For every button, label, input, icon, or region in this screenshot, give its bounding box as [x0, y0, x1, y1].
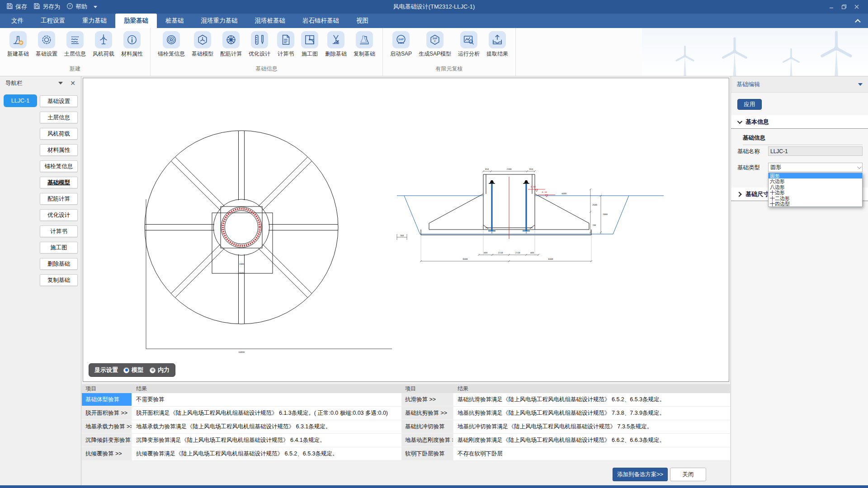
menu-tab[interactable]: 肋梁基础: [115, 14, 157, 28]
menu-tab[interactable]: 混塔桩基础: [246, 14, 294, 28]
navigator-item[interactable]: 施工图: [40, 242, 78, 253]
ribbon-button-report-doc[interactable]: 计算书: [274, 31, 297, 58]
table-row[interactable]: 沉降倾斜变形验算 >> 沉降变形验算满足《陆上风电场工程风电机组基础设计规范》 …: [82, 434, 401, 447]
check-item-cell[interactable]: 基础抗剪验算 >>: [401, 407, 454, 420]
dropdown-option[interactable]: 十二边形: [769, 196, 862, 201]
menu-tab[interactable]: 视图: [348, 14, 377, 28]
foundation-type-select[interactable]: 圆形: [768, 163, 863, 172]
minimize-button[interactable]: [828, 4, 835, 10]
section-basic-info[interactable]: 基本信息: [731, 115, 868, 129]
close-icon[interactable]: ✕: [70, 80, 75, 86]
table-row[interactable]: 基础体型验算 不需要验算: [82, 393, 401, 407]
close-button[interactable]: [854, 4, 860, 10]
chevron-down-icon[interactable]: [94, 6, 97, 8]
check-item-cell[interactable]: 基础体型验算: [82, 393, 132, 406]
dropdown-option[interactable]: 圆形: [769, 173, 862, 178]
ribbon-button-delete-foundation[interactable]: 删除基础: [322, 31, 349, 58]
navigator-item[interactable]: 复制基础: [40, 274, 78, 286]
ribbon-button-new-foundation[interactable]: 新建基础: [5, 31, 32, 58]
navigator-item[interactable]: 锚栓笼信息: [40, 160, 78, 172]
ribbon-button-copy-foundation[interactable]: 复制基础: [351, 31, 378, 58]
check-item-cell[interactable]: 地基承载力验算 >>: [82, 420, 132, 433]
dropdown-option[interactable]: 八边形: [769, 184, 862, 190]
save-label: 保存: [15, 3, 27, 11]
ribbon-group: 新建基础基础设置土层信息风机荷载材料属性新建: [0, 28, 151, 76]
menu-tab[interactable]: 岩石锚杆基础: [294, 14, 348, 28]
save-as-label: 另存为: [42, 3, 60, 11]
navigator-item-label: 锚栓笼信息: [45, 163, 73, 169]
navigator-item[interactable]: 删除基础: [40, 258, 78, 270]
ribbon-button-run-analysis[interactable]: 运行分析: [455, 31, 482, 58]
ribbon-button-soil-layers[interactable]: 土层信息: [61, 31, 89, 58]
check-item-cell[interactable]: 抗滑验算 >>: [401, 393, 454, 406]
close-panel-button[interactable]: 关闭: [670, 468, 706, 481]
navigator-item[interactable]: 土层信息: [40, 112, 78, 123]
copy-foundation-icon: [356, 31, 373, 48]
save-button[interactable]: 保存: [5, 3, 29, 11]
ribbon-button-ruler-pen[interactable]: 优化设计: [246, 31, 273, 58]
menu-tab[interactable]: 工程设置: [32, 14, 74, 28]
check-result-cell: 基础抗滑验算满足《陆上风电场工程风电机组基础设计规范》 6.5.2、6.5.3条…: [454, 393, 730, 406]
display-option-radio[interactable]: 模型: [123, 366, 143, 374]
navigator-item[interactable]: 计算书: [40, 225, 78, 237]
table-row[interactable]: 基础抗剪验算 >> 地基抗剪验算满足《陆上风电场工程风电机组基础设计规范》 7.…: [401, 407, 730, 420]
ribbon-button-wind-turbine[interactable]: 风机荷载: [90, 31, 117, 58]
dropdown-option[interactable]: 十边形: [769, 190, 862, 195]
ribbon-button-label: 新建基础: [7, 50, 29, 58]
ribbon-button-rebar-wheel[interactable]: 配筋计算: [217, 31, 245, 58]
ribbon-groups: 新建基础基础设置土层信息风机荷载材料属性新建锚栓笼信息基础模型配筋计算优化设计计…: [0, 28, 868, 76]
check-item-cell[interactable]: 软弱下卧层验算: [401, 447, 454, 460]
save-as-button[interactable]: 另存为: [32, 3, 62, 11]
check-item-cell[interactable]: 抗倾覆验算 >>: [82, 447, 132, 460]
navigator-item[interactable]: 风机荷载: [40, 128, 78, 140]
navigator-item-label: 材料属性: [47, 147, 70, 153]
table-row[interactable]: 软弱下卧层验算 不存在软弱下卧层: [401, 447, 730, 461]
help-label: 帮助: [75, 3, 87, 11]
restore-button[interactable]: [841, 4, 847, 10]
display-option-radio[interactable]: 内力: [150, 366, 170, 374]
check-item-cell[interactable]: 脱开面积验算 >>: [82, 407, 132, 420]
navigator-item[interactable]: 配筋计算: [40, 193, 78, 205]
dropdown-option[interactable]: 十四边型: [769, 201, 862, 206]
navigator-item[interactable]: 优化设计: [40, 209, 78, 221]
ribbon-button-gear[interactable]: 基础设置: [33, 31, 60, 58]
section-dimension-text: 950 2300 950 4600 2600 700 3900 400 2150…: [400, 168, 608, 260]
menu-tab[interactable]: 重力基础: [74, 14, 115, 28]
check-item-cell[interactable]: 基础抗冲切验算: [401, 420, 454, 433]
ribbon-button-label: 风机荷载: [93, 50, 114, 58]
ribbon-button-sap-model[interactable]: SAPC生成SAP模型: [416, 31, 454, 58]
ribbon-button-blueprint[interactable]: 施工图: [298, 31, 321, 58]
menu-tab[interactable]: 混塔重力基础: [193, 14, 246, 28]
table-row[interactable]: 抗倾覆验算 >> 抗倾覆验算满足《陆上风电场工程风电机组基础设计规范》 6.5.…: [82, 447, 401, 461]
add-to-alternatives-button[interactable]: 添加到备选方案>>: [613, 468, 668, 481]
gear-icon: [38, 31, 55, 48]
ribbon-button-extract-results[interactable]: 提取结果: [484, 31, 511, 58]
foundation-name-field[interactable]: [768, 146, 863, 156]
ribbon-button-sap-launch[interactable]: SAP启动SAP: [387, 31, 415, 58]
dropdown-option[interactable]: 六边形: [769, 178, 862, 184]
table-row[interactable]: 地基动态刚度验算 >> 基础刚度验算满足《陆上风电场工程风电机组基础设计规范》 …: [401, 434, 730, 447]
ribbon-button-info[interactable]: 材料属性: [118, 31, 146, 58]
results-table-right: 项目 结果 抗滑验算 >> 基础抗滑验算满足《陆上风电场工程风电机组基础设计规范…: [401, 384, 730, 461]
check-item-cell[interactable]: 沉降倾斜变形验算 >>: [82, 434, 132, 447]
menu-tab[interactable]: 文件: [3, 14, 32, 28]
model-canvas[interactable]: 1900 3600 16800: [83, 78, 729, 382]
menu-tab[interactable]: 桩基础: [157, 14, 193, 28]
check-item-cell[interactable]: 地基动态刚度验算 >>: [401, 434, 454, 447]
help-button[interactable]: ? 帮助: [65, 3, 89, 11]
table-row[interactable]: 抗滑验算 >> 基础抗滑验算满足《陆上风电场工程风电机组基础设计规范》 6.5.…: [401, 393, 730, 407]
foundation-tab[interactable]: LLJC-1: [4, 94, 37, 107]
chevron-down-icon[interactable]: [858, 83, 863, 86]
navigator-item[interactable]: 材料属性: [40, 144, 78, 156]
ribbon-button-anchor-cage[interactable]: 锚栓笼信息: [155, 31, 188, 58]
ribbon-button-hex-model[interactable]: 基础模型: [189, 31, 216, 58]
table-row[interactable]: 地基承载力验算 >> 地基承载力验算满足《陆上风电场工程风电机组基础设计规范》 …: [82, 420, 401, 434]
navigator-item[interactable]: 基础模型: [40, 177, 78, 188]
apply-button[interactable]: 应用: [737, 99, 762, 110]
collapse-ribbon-icon[interactable]: [855, 19, 861, 25]
chevron-down-icon[interactable]: [58, 82, 63, 84]
navigator-item-label: 复制基础: [47, 277, 70, 283]
table-row[interactable]: 脱开面积验算 >> 脱开面积满足《陆上风电场工程风电机组基础设计规范》 6.1.…: [82, 407, 401, 420]
navigator-item[interactable]: 基础设置: [40, 95, 78, 107]
table-row[interactable]: 基础抗冲切验算 地基抗冲切验算满足《陆上风电场工程风电机组基础设计规范》 7.3…: [401, 420, 730, 434]
